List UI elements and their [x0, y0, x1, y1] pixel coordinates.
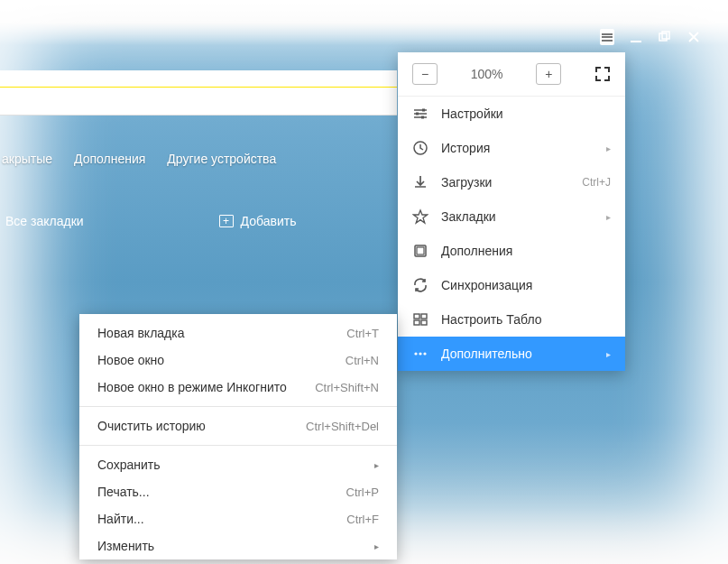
ctx-item[interactable]: Печать...Ctrl+P — [79, 478, 397, 505]
svg-rect-3 — [422, 109, 425, 112]
minimize-button[interactable] — [629, 30, 643, 44]
ctx-item-label: Новое окно — [97, 353, 164, 367]
ctx-item[interactable]: Очистить историюCtrl+Shift+Del — [79, 412, 397, 439]
menu-item-label: История — [441, 141, 594, 155]
close-button[interactable] — [687, 30, 701, 44]
chevron-right-icon: ▸ — [374, 541, 379, 551]
link-other-devices[interactable]: Другие устройства — [167, 152, 276, 166]
svg-rect-0 — [631, 41, 641, 42]
menu-item-sliders[interactable]: Настройки — [398, 97, 625, 131]
menu-item-label: Настройки — [441, 106, 611, 121]
hamburger-icon[interactable] — [600, 29, 614, 45]
ctx-shortcut: Ctrl+Shift+N — [315, 381, 379, 394]
svg-point-14 — [419, 352, 421, 355]
svg-rect-8 — [417, 247, 424, 254]
ctx-item-label: Изменить — [97, 539, 154, 553]
all-bookmarks-link[interactable]: Все закладки — [5, 214, 84, 228]
zoom-value: 100% — [471, 67, 503, 81]
svg-rect-5 — [421, 116, 424, 119]
ctx-item[interactable]: Новое окноCtrl+N — [79, 347, 397, 374]
menu-item-tableau[interactable]: Настроить Табло — [398, 302, 625, 337]
window-controls — [600, 29, 701, 45]
tab-links: акрытые Дополнения Другие устройства — [0, 152, 276, 166]
svg-rect-2 — [662, 32, 669, 39]
chevron-right-icon: ▸ — [606, 349, 611, 359]
ctx-item[interactable]: Новое окно в режиме ИнкогнитоCtrl+Shift+… — [79, 374, 397, 401]
address-bar[interactable] — [0, 70, 397, 116]
menu-item-label: Загрузки — [441, 175, 569, 190]
svg-point-13 — [414, 352, 417, 355]
menu-item-label: Синхронизация — [441, 278, 611, 292]
sliders-icon — [412, 106, 429, 122]
separator — [79, 445, 397, 446]
separator — [79, 406, 397, 407]
svg-rect-10 — [421, 314, 427, 319]
ctx-item-label: Найти... — [97, 512, 144, 526]
ctx-item-label: Очистить историю — [97, 419, 206, 433]
main-menu: − 100% + НастройкиИстория▸ЗагрузкиCtrl+J… — [398, 52, 625, 371]
ctx-shortcut: Ctrl+Shift+Del — [306, 420, 379, 433]
svg-rect-1 — [659, 33, 667, 41]
menu-shortcut: Ctrl+J — [582, 176, 611, 189]
ctx-item-label: Сохранить — [97, 458, 161, 472]
star-icon — [412, 208, 429, 225]
ctx-shortcut: Ctrl+N — [346, 354, 379, 367]
tableau-icon — [412, 311, 429, 328]
ctx-shortcut: Ctrl+P — [346, 485, 379, 499]
menu-item-label: Закладки — [441, 209, 594, 224]
ctx-shortcut: Ctrl+T — [346, 327, 379, 340]
clock-icon — [412, 140, 429, 156]
addons-icon — [412, 243, 429, 259]
zoom-in-button[interactable]: + — [536, 63, 561, 85]
sync-icon — [412, 277, 429, 293]
svg-rect-11 — [414, 320, 419, 325]
add-bookmark-button[interactable]: + Добавить — [219, 214, 297, 228]
svg-rect-9 — [414, 314, 419, 319]
menu-item-clock[interactable]: История▸ — [398, 131, 625, 165]
chevron-right-icon: ▸ — [606, 143, 611, 153]
ctx-item[interactable]: Новая вкладкаCtrl+T — [79, 319, 397, 347]
zoom-controls: − 100% + — [398, 52, 625, 97]
ctx-item[interactable]: Найти...Ctrl+F — [79, 505, 397, 532]
menu-item-sync[interactable]: Синхронизация — [398, 268, 625, 302]
ctx-item-label: Новая вкладка — [97, 326, 185, 340]
ctx-item-label: Печать... — [97, 485, 150, 499]
menu-item-star[interactable]: Закладки▸ — [398, 199, 625, 234]
link-closed-tabs[interactable]: акрытые — [2, 152, 52, 166]
svg-rect-4 — [416, 113, 419, 116]
fullscreen-button[interactable] — [594, 66, 611, 82]
download-icon — [412, 174, 429, 190]
menu-item-addons[interactable]: Дополнения — [398, 234, 625, 268]
menu-item-dots[interactable]: Дополнительно▸ — [398, 337, 625, 371]
link-addons[interactable]: Дополнения — [74, 152, 145, 166]
context-menu: Новая вкладкаCtrl+TНовое окноCtrl+NНовое… — [79, 314, 397, 559]
svg-rect-12 — [421, 320, 427, 325]
menu-item-label: Дополнительно — [441, 347, 594, 361]
svg-point-15 — [423, 352, 426, 355]
add-bookmark-label: Добавить — [241, 214, 297, 228]
ctx-item-label: Новое окно в режиме Инкогнито — [97, 380, 287, 394]
menu-item-label: Настроить Табло — [441, 312, 611, 327]
menu-item-label: Дополнения — [441, 244, 611, 258]
ctx-item[interactable]: Изменить▸ — [79, 532, 397, 559]
maximize-button[interactable] — [658, 30, 672, 44]
dots-icon — [412, 346, 429, 362]
plus-icon: + — [219, 215, 234, 227]
ctx-item[interactable]: Сохранить▸ — [79, 451, 397, 478]
zoom-out-button[interactable]: − — [412, 63, 438, 85]
ctx-shortcut: Ctrl+F — [346, 513, 379, 526]
menu-item-download[interactable]: ЗагрузкиCtrl+J — [398, 165, 625, 199]
chevron-right-icon: ▸ — [606, 212, 611, 222]
chevron-right-icon: ▸ — [374, 460, 379, 470]
